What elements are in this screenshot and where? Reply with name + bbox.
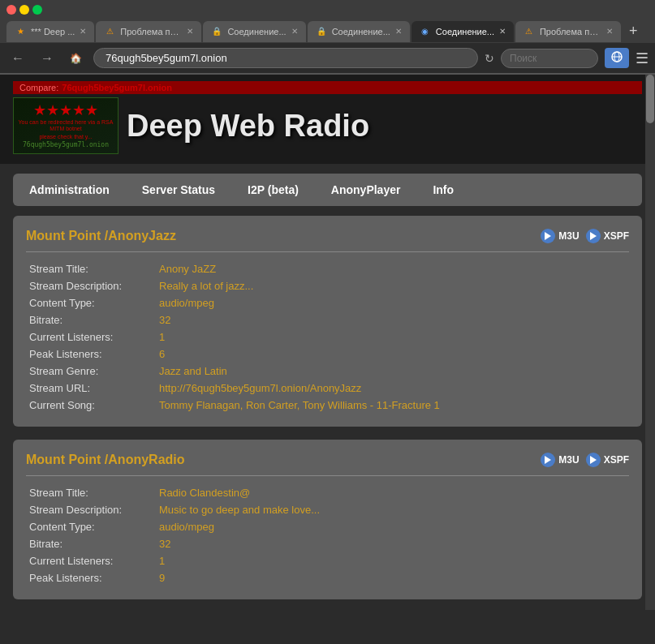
nav-item-server-status[interactable]: Server Status [126, 180, 231, 200]
field-value: 6 [156, 346, 629, 363]
tab-icon-3: 🔒 [316, 26, 327, 37]
cards-area: Mount Point /AnonyJazz M3U X [0, 216, 655, 610]
tab-2[interactable]: 🔒 Соединение... ✕ [203, 21, 305, 42]
tab-close-1[interactable]: ✕ [187, 27, 193, 36]
field-label: Peak Listeners: [26, 346, 156, 363]
mount-card-1: Mount Point /AnonyRadio M3U [13, 440, 642, 599]
m3u-button-0[interactable]: M3U [541, 229, 579, 243]
field-value: Anony JaZZ [156, 260, 629, 277]
field-label: Stream Description: [26, 277, 156, 294]
table-row: Peak Listeners: 6 [26, 346, 629, 363]
close-window-button[interactable] [6, 5, 16, 15]
play-icon-m3u-1 [541, 453, 555, 467]
tab-icon-0: ★ [15, 26, 26, 37]
forward-button[interactable]: → [36, 49, 58, 67]
field-value: audio/mpeg [156, 518, 629, 535]
tab-icon-5: ⚠ [524, 26, 535, 37]
info-table-1: Stream Title: Radio Clandestin@ Stream D… [26, 484, 629, 586]
field-value: Jazz and Latin [156, 363, 629, 380]
compare-url: 76qugh5bey5gum7l.onion [62, 83, 172, 92]
tab-close-3[interactable]: ✕ [395, 27, 402, 36]
tab-label-2: Соединение... [227, 27, 286, 36]
table-row: Stream Genre: Jazz and Latin [26, 363, 629, 380]
field-label: Content Type: [26, 294, 156, 311]
mount-title-0: Mount Point /AnonyJazz [26, 229, 176, 243]
tab-label-3: Соединение... [332, 27, 390, 36]
field-value: http://76qugh5bey5gum7l.onion/AnonyJazz [156, 380, 629, 397]
table-row: Current Listeners: 1 [26, 552, 629, 569]
tab-4[interactable]: ◉ Соединение... ✕ [412, 21, 514, 42]
back-button[interactable]: ← [6, 49, 29, 67]
field-label: Stream Title: [26, 484, 156, 501]
tab-close-0[interactable]: ✕ [80, 27, 86, 36]
xspf-label-0: XSPF [604, 230, 629, 242]
tab-3[interactable]: 🔒 Соединение... ✕ [308, 21, 410, 42]
nav-item-i2p[interactable]: I2P (beta) [231, 180, 315, 200]
field-value: Music to go deep and make love... [156, 501, 629, 518]
tab-icon-2: 🔒 [211, 26, 222, 37]
field-label: Stream URL: [26, 380, 156, 397]
info-table-0: Stream Title: Anony JaZZ Stream Descript… [26, 260, 629, 414]
xspf-label-1: XSPF [604, 454, 629, 466]
nav-item-administration[interactable]: Administration [13, 180, 126, 200]
scrollbar-thumb[interactable] [646, 75, 654, 123]
field-label: Stream Description: [26, 501, 156, 518]
tab-label-4: Соединение... [436, 27, 494, 36]
xspf-button-1[interactable]: XSPF [586, 453, 629, 467]
field-label: Stream Title: [26, 260, 156, 277]
search-input[interactable] [501, 49, 598, 68]
maximize-window-button[interactable] [32, 5, 42, 15]
field-label: Current Listeners: [26, 328, 156, 346]
browser-icon-button[interactable] [605, 48, 629, 68]
tab-icon-4: ◉ [420, 26, 431, 37]
table-row: Stream Description: Really a lot of jazz… [26, 277, 629, 294]
field-value: audio/mpeg [156, 294, 629, 311]
nav-item-info[interactable]: Info [416, 180, 470, 200]
minimize-window-button[interactable] [19, 5, 29, 15]
m3u-button-1[interactable]: M3U [541, 453, 579, 467]
window-controls [6, 5, 42, 15]
m3u-label-0: M3U [558, 230, 579, 242]
field-value: Tommy Flanagan, Ron Carter, Tony William… [156, 397, 629, 414]
compare-label: Compare: [19, 83, 58, 92]
tab-icon-1: ⚠ [104, 26, 115, 37]
stream-url-link-0[interactable]: http://76qugh5bey5gum7l.onion/AnonyJazz [159, 382, 361, 394]
tab-close-4[interactable]: ✕ [499, 27, 506, 36]
tab-1[interactable]: ⚠ Проблема пр... ✕ [96, 21, 201, 42]
field-value: Really a lot of jazz... [156, 277, 629, 294]
browser-menu-button[interactable]: ☰ [636, 49, 649, 67]
tab-close-2[interactable]: ✕ [291, 27, 298, 36]
tab-close-5[interactable]: ✕ [606, 27, 613, 36]
tab-label-0: *** Deep ... [31, 27, 75, 36]
field-label: Stream Genre: [26, 363, 156, 380]
play-icon-m3u-0 [541, 229, 555, 243]
site-title: Deep Web Radio [127, 105, 369, 147]
home-button[interactable]: 🏠 [65, 51, 87, 66]
card-header-1: Mount Point /AnonyRadio M3U [26, 453, 629, 476]
nav-bar: Administration Server Status I2P (beta) … [13, 174, 642, 206]
scrollbar-track[interactable] [645, 75, 655, 610]
page-content: Compare: 76qugh5bey5gum7l.onion ★★★★★ Yo… [0, 75, 655, 610]
tab-0[interactable]: ★ *** Deep ... ✕ [6, 21, 94, 42]
card-actions-1: M3U XSPF [541, 453, 629, 467]
field-value: 9 [156, 569, 629, 586]
table-row: Current Listeners: 1 [26, 328, 629, 346]
compare-bar: Compare: 76qugh5bey5gum7l.onion [13, 81, 642, 94]
address-bar: ← → 🏠 ↻ ☰ [0, 43, 655, 74]
field-label: Content Type: [26, 518, 156, 535]
address-input[interactable] [93, 48, 478, 68]
table-row: Peak Listeners: 9 [26, 569, 629, 586]
xspf-button-0[interactable]: XSPF [586, 229, 629, 243]
table-row: Stream Title: Radio Clandestin@ [26, 484, 629, 501]
card-actions-0: M3U XSPF [541, 229, 629, 243]
field-label: Bitrate: [26, 535, 156, 552]
new-tab-button[interactable]: + [623, 19, 644, 43]
nav-item-anonyplayer[interactable]: AnonyPlayer [315, 180, 417, 200]
play-icon-xspf-0 [586, 229, 601, 243]
m3u-label-1: M3U [558, 454, 579, 466]
tab-5[interactable]: ⚠ Проблема пр... ✕ [515, 21, 621, 42]
field-value: 32 [156, 535, 629, 552]
table-row: Stream URL: http://76qugh5bey5gum7l.onio… [26, 380, 629, 397]
refresh-button[interactable]: ↻ [485, 52, 494, 65]
mount-title-1: Mount Point /AnonyRadio [26, 453, 185, 467]
